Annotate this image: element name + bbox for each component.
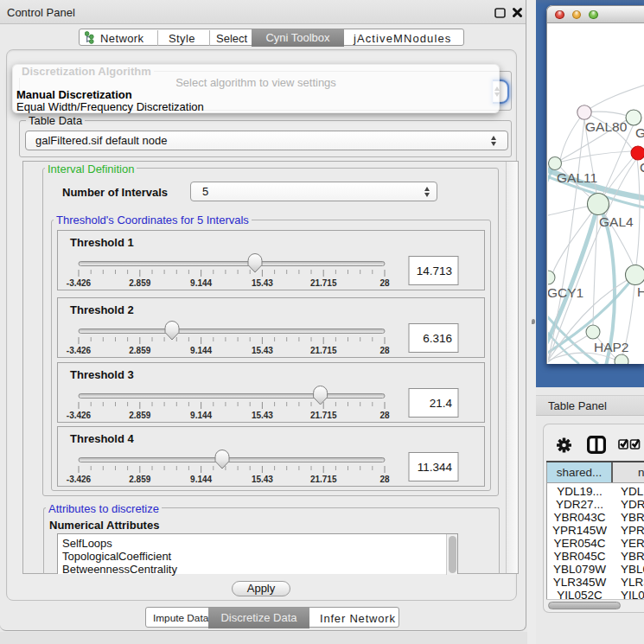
svg-text:15.43: 15.43 xyxy=(252,346,273,355)
svg-text:-3.426: -3.426 xyxy=(67,346,92,355)
svg-text:9.144: 9.144 xyxy=(190,411,212,420)
svg-text:15.43: 15.43 xyxy=(252,411,273,420)
svg-text:-3.426: -3.426 xyxy=(67,411,92,420)
svg-text:28: 28 xyxy=(379,411,390,420)
svg-text:28: 28 xyxy=(379,346,390,355)
svg-text:9.144: 9.144 xyxy=(190,278,212,288)
svg-text:-3.426: -3.426 xyxy=(67,278,92,288)
svg-text:14.713: 14.713 xyxy=(417,265,452,277)
svg-text:Threshold 3: Threshold 3 xyxy=(70,368,134,381)
svg-text:Threshold 2: Threshold 2 xyxy=(70,303,134,316)
svg-text:15.43: 15.43 xyxy=(252,475,273,484)
svg-text:21.715: 21.715 xyxy=(310,278,337,288)
svg-text:HAP2: HAP2 xyxy=(594,340,629,354)
svg-text:HI: HI xyxy=(637,284,644,299)
svg-text:21.715: 21.715 xyxy=(310,346,337,355)
svg-text:Threshold 1: Threshold 1 xyxy=(70,236,134,249)
svg-text:GAL11: GAL11 xyxy=(557,170,597,185)
svg-text:GA: GA xyxy=(635,125,644,140)
svg-text:-3.426: -3.426 xyxy=(67,475,92,484)
svg-text:9.144: 9.144 xyxy=(190,346,212,355)
svg-text:28: 28 xyxy=(379,475,390,484)
svg-text:GAL80: GAL80 xyxy=(585,119,628,134)
svg-text:GCY1: GCY1 xyxy=(548,285,583,300)
svg-text:15.43: 15.43 xyxy=(252,278,273,288)
svg-text:Threshold 4: Threshold 4 xyxy=(70,432,134,445)
svg-text:2.859: 2.859 xyxy=(129,346,150,355)
svg-text:CY: CY xyxy=(640,160,644,175)
svg-text:21.715: 21.715 xyxy=(310,411,337,420)
svg-text:21.715: 21.715 xyxy=(310,475,337,484)
svg-text:2.859: 2.859 xyxy=(129,278,150,288)
svg-text:6.316: 6.316 xyxy=(423,332,452,345)
svg-text:28: 28 xyxy=(379,278,390,288)
svg-text:11.344: 11.344 xyxy=(418,461,453,474)
svg-text:9.144: 9.144 xyxy=(190,475,212,484)
svg-text:2.859: 2.859 xyxy=(129,411,150,420)
svg-text:21.4: 21.4 xyxy=(430,397,453,410)
svg-text:2.859: 2.859 xyxy=(129,475,150,484)
svg-text:GAL4: GAL4 xyxy=(599,214,634,229)
